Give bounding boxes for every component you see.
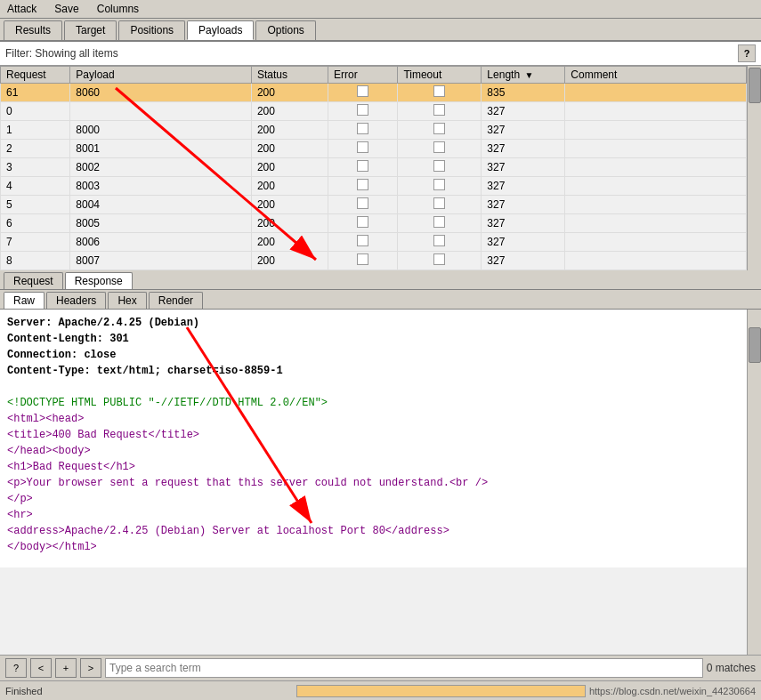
response-tab-bar: Request Response: [0, 270, 761, 290]
tab-response[interactable]: Response: [65, 272, 133, 289]
response-line: Content-Type: text/html; charset=iso-885…: [7, 363, 740, 379]
table-row[interactable]: 78006200327: [1, 233, 747, 252]
col-header-timeout[interactable]: Timeout: [398, 67, 482, 84]
timeout-checkbox[interactable]: [433, 197, 445, 209]
tab-request[interactable]: Request: [4, 272, 63, 289]
error-checkbox[interactable]: [357, 85, 368, 97]
sub-tab-raw[interactable]: Raw: [4, 292, 45, 309]
col-header-length[interactable]: Length ▼: [482, 67, 565, 84]
tab-results[interactable]: Results: [4, 20, 62, 40]
help-nav-button[interactable]: ?: [5, 658, 27, 678]
response-line: <p>Your browser sent a request that this…: [7, 475, 740, 491]
tab-payloads[interactable]: Payloads: [187, 20, 254, 40]
response-scrollbar[interactable]: [747, 310, 761, 655]
results-section: Request Payload Status Error Timeout Len…: [0, 66, 761, 270]
table-row[interactable]: 88007200327: [1, 252, 747, 270]
menu-columns[interactable]: Columns: [93, 2, 142, 16]
sort-arrow-length: ▼: [524, 70, 533, 80]
col-header-request[interactable]: Request: [1, 67, 70, 84]
response-line: <!DOCTYPE HTML PUBLIC "-//IETF//DTD HTML…: [7, 395, 740, 411]
status-text: Finished: [5, 686, 293, 696]
error-checkbox[interactable]: [357, 197, 368, 209]
error-checkbox[interactable]: [357, 179, 368, 190]
table-row[interactable]: 28001200327: [1, 140, 747, 158]
response-line: Content-Length: 301: [7, 331, 740, 347]
menu-bar: Attack Save Columns: [0, 0, 761, 19]
table-scrollbar[interactable]: [747, 66, 761, 270]
sub-tab-render[interactable]: Render: [149, 292, 203, 309]
progress-bar: [296, 685, 586, 697]
timeout-checkbox[interactable]: [433, 141, 445, 153]
timeout-checkbox[interactable]: [433, 123, 445, 134]
matches-count: 0 matches: [707, 662, 756, 674]
response-line: </head><body>: [7, 443, 740, 459]
response-line: <html><head>: [7, 411, 740, 427]
response-area: Server: Apache/2.4.25 (Debian)Content-Le…: [0, 310, 761, 655]
search-input[interactable]: [105, 658, 703, 678]
table-row[interactable]: 0200327: [1, 102, 747, 121]
tab-target[interactable]: Target: [64, 20, 117, 40]
prev-button[interactable]: <: [30, 658, 52, 678]
col-header-comment[interactable]: Comment: [565, 67, 747, 84]
timeout-checkbox[interactable]: [433, 253, 445, 265]
response-line: <address>Apache/2.4.25 (Debian) Server a…: [7, 523, 740, 539]
menu-attack[interactable]: Attack: [4, 2, 40, 16]
sub-tab-bar: Raw Headers Hex Render: [0, 290, 761, 310]
response-line: Server: Apache/2.4.25 (Debian): [7, 315, 740, 331]
bottom-toolbar: ? < + > 0 matches: [0, 655, 761, 680]
status-bar: Finished https://blog.csdn.net/weixin_44…: [0, 680, 761, 700]
help-button[interactable]: ?: [738, 44, 756, 62]
table-row[interactable]: 18000200327: [1, 121, 747, 140]
response-line: <hr>: [7, 507, 740, 523]
table-row[interactable]: 68005200327: [1, 214, 747, 233]
table-row[interactable]: 48003200327: [1, 177, 747, 196]
add-button[interactable]: +: [55, 658, 77, 678]
main-tab-bar: Results Target Positions Payloads Option…: [0, 19, 761, 42]
timeout-checkbox[interactable]: [433, 216, 445, 228]
error-checkbox[interactable]: [357, 253, 368, 265]
filter-text: Filter: Showing all items: [5, 47, 118, 60]
sub-tab-headers[interactable]: Headers: [46, 292, 106, 309]
next-button[interactable]: >: [80, 658, 101, 678]
filter-bar: Filter: Showing all items ?: [0, 42, 761, 66]
error-checkbox[interactable]: [357, 141, 368, 153]
timeout-checkbox[interactable]: [433, 179, 445, 190]
response-line: <h1>Bad Request</h1>: [7, 459, 740, 475]
results-table-wrapper[interactable]: Request Payload Status Error Timeout Len…: [0, 66, 747, 270]
url-text: https://blog.csdn.net/weixin_44230664: [589, 686, 756, 696]
response-line: <title>400 Bad Request</title>: [7, 427, 740, 443]
table-row[interactable]: 58004200327: [1, 196, 747, 214]
results-table: Request Payload Status Error Timeout Len…: [0, 66, 747, 270]
response-line: </body></html>: [7, 539, 740, 555]
tab-options[interactable]: Options: [255, 20, 315, 40]
error-checkbox[interactable]: [357, 104, 368, 116]
response-line: </p>: [7, 491, 740, 507]
error-checkbox[interactable]: [357, 216, 368, 228]
error-checkbox[interactable]: [357, 123, 368, 134]
col-header-payload[interactable]: Payload: [70, 67, 252, 84]
error-checkbox[interactable]: [357, 235, 368, 246]
timeout-checkbox[interactable]: [433, 104, 445, 116]
timeout-checkbox[interactable]: [433, 85, 445, 97]
response-line: Connection: close: [7, 347, 740, 363]
timeout-checkbox[interactable]: [433, 235, 445, 246]
response-content[interactable]: Server: Apache/2.4.25 (Debian)Content-Le…: [0, 310, 747, 567]
menu-save[interactable]: Save: [51, 2, 82, 16]
table-row[interactable]: 38002200327: [1, 158, 747, 177]
sub-tab-hex[interactable]: Hex: [108, 292, 146, 309]
app-container: Attack Save Columns Results Target Posit…: [0, 0, 761, 700]
timeout-checkbox[interactable]: [433, 160, 445, 172]
tab-positions[interactable]: Positions: [118, 20, 185, 40]
col-header-status[interactable]: Status: [251, 67, 328, 84]
col-header-error[interactable]: Error: [328, 67, 398, 84]
error-checkbox[interactable]: [357, 160, 368, 172]
response-line: [7, 379, 740, 395]
table-row[interactable]: 618060200835: [1, 84, 747, 102]
